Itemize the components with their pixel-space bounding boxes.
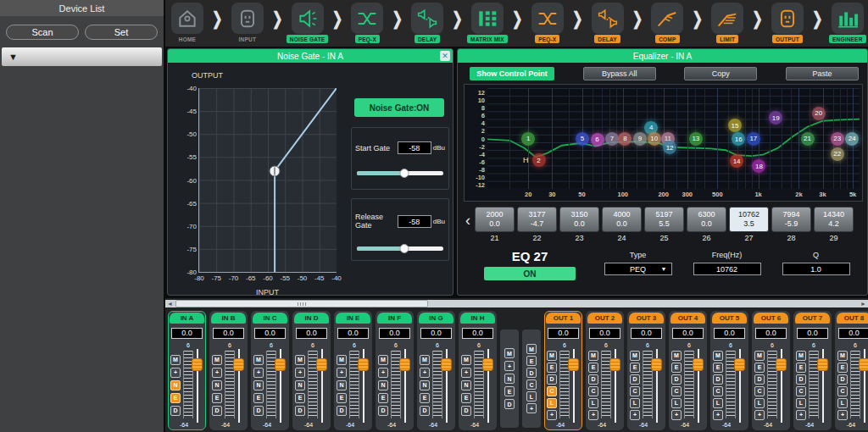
toolbar-item-engineer[interactable]: ENGINEER (829, 3, 866, 43)
strip-button-E[interactable]: E (504, 386, 515, 396)
channel-label[interactable]: OUT 3 (629, 313, 664, 324)
strip-button-D[interactable]: D (378, 406, 388, 416)
gain-value[interactable]: 0.0 (838, 328, 868, 339)
channel-label[interactable]: IN B (211, 313, 246, 324)
strip-button-+[interactable]: + (713, 410, 723, 420)
strip-button-N[interactable]: N (461, 380, 471, 390)
toolbar-item-comp[interactable]: COMP (648, 3, 686, 43)
start-gate-value[interactable]: -58 (398, 141, 431, 154)
strip-button-E[interactable]: E (337, 393, 347, 403)
strip-button-D[interactable]: D (547, 374, 557, 385)
strip-button-N[interactable]: N (504, 374, 515, 384)
eq-control-point-13[interactable]: 13 (689, 132, 703, 146)
strip-button-N[interactable]: N (378, 380, 388, 390)
strip-button-N[interactable]: N (170, 380, 181, 390)
toolbar-item-limit[interactable]: LIMIT (709, 3, 746, 43)
channel-label[interactable]: OUT 6 (754, 313, 788, 324)
strip-button-D[interactable]: D (420, 406, 430, 416)
strip-button-+[interactable]: + (630, 410, 640, 420)
freq-input[interactable]: 10762 (693, 263, 761, 275)
fader-handle[interactable] (859, 358, 868, 371)
strip-button-M[interactable]: M (754, 351, 765, 361)
fader-handle[interactable] (817, 358, 828, 371)
band-cell-28[interactable]: 7994-5.9 (771, 207, 811, 232)
band-cell-24[interactable]: 40000.0 (602, 207, 642, 232)
gain-value[interactable]: 0.0 (672, 328, 704, 339)
strip-button-D[interactable]: D (630, 374, 640, 385)
gain-value[interactable]: 0.0 (213, 328, 244, 339)
eq-control-point-1[interactable]: 1 (521, 132, 535, 146)
eq-control-point-12[interactable]: 12 (663, 141, 676, 154)
fader-handle[interactable] (776, 358, 787, 371)
strip-button-L[interactable]: L (547, 398, 557, 408)
strip-button-L[interactable]: L (754, 398, 765, 408)
strip-button-M[interactable]: M (837, 351, 848, 361)
strip-button-D[interactable]: D (461, 406, 471, 416)
band-cell-26[interactable]: 63000.0 (687, 207, 726, 232)
horizontal-scrollbar[interactable]: ◄ ► (165, 300, 868, 307)
strip-button-+[interactable]: + (588, 410, 598, 420)
fader-handle[interactable] (399, 358, 410, 371)
strip-button-D[interactable]: D (754, 374, 765, 385)
strip-button-L[interactable]: L (526, 391, 537, 402)
toolbar-item-output[interactable]: OUTPUT (769, 3, 806, 43)
strip-button-M[interactable]: M (504, 348, 515, 358)
channel-label[interactable]: IN A (170, 313, 204, 324)
strip-button-M[interactable]: M (253, 355, 264, 365)
band-cell-21[interactable]: 20000.0 (475, 207, 515, 232)
gain-value[interactable]: 0.0 (296, 328, 327, 339)
eq-control-point-24[interactable]: 24 (845, 132, 859, 146)
channel-label[interactable]: OUT 1 (546, 313, 581, 324)
strip-button-D[interactable]: D (526, 368, 537, 378)
strip-button-N[interactable]: N (212, 380, 222, 390)
strip-button-E[interactable]: E (837, 363, 848, 373)
channel-label[interactable]: IN G (419, 313, 453, 324)
eq-control-point-19[interactable]: 19 (769, 111, 782, 125)
fader-handle[interactable] (358, 358, 369, 371)
eq-control-point-9[interactable]: 9 (633, 132, 647, 146)
strip-button-L[interactable]: L (588, 398, 598, 408)
strip-button-D[interactable]: D (212, 406, 222, 416)
gain-value[interactable]: 0.0 (254, 328, 286, 339)
eq-control-point-10[interactable]: 10 (648, 132, 661, 146)
strip-button-D[interactable]: D (837, 374, 848, 385)
strip-button-D[interactable]: D (796, 374, 806, 385)
strip-button-E[interactable]: E (253, 393, 264, 403)
channel-label[interactable]: OUT 7 (795, 313, 830, 324)
band-cell-22[interactable]: 3177-4.7 (517, 207, 557, 232)
strip-button-+[interactable]: + (796, 410, 806, 420)
strip-button-C[interactable]: C (588, 386, 598, 396)
channel-label[interactable]: IN H (460, 313, 495, 324)
toolbar-item-home[interactable]: HOME (169, 3, 206, 42)
eq-control-point-6[interactable]: 6 (591, 133, 604, 147)
strip-button-+[interactable]: + (461, 368, 471, 378)
strip-button-M[interactable]: M (170, 355, 181, 365)
strip-button-E[interactable]: E (295, 393, 305, 403)
toolbar-item-input[interactable]: INPUT (229, 3, 266, 42)
eq-on-button[interactable]: ON (484, 267, 576, 280)
band-cell-25[interactable]: 51975.5 (644, 207, 684, 232)
channel-label[interactable]: IN E (336, 313, 370, 324)
gain-value[interactable]: 0.0 (755, 328, 787, 339)
scroll-left-icon[interactable]: ◄ (165, 300, 175, 307)
strip-button-E[interactable]: E (461, 393, 471, 403)
band-scroll-left-icon[interactable]: ‹ (461, 207, 475, 244)
eq-control-point-2[interactable]: 2 (532, 153, 546, 167)
q-input[interactable]: 1.0 (782, 263, 850, 275)
strip-button-D[interactable]: D (253, 406, 264, 416)
eq-control-point-18[interactable]: 18 (752, 159, 765, 173)
type-select[interactable]: PEQ ▼ (604, 263, 672, 275)
strip-button-+[interactable]: + (337, 368, 347, 378)
eq-control-point-21[interactable]: 21 (801, 132, 815, 146)
strip-button-M[interactable]: M (713, 351, 723, 361)
strip-button-+[interactable]: + (212, 368, 222, 378)
strip-button-D[interactable]: D (588, 374, 598, 385)
channel-label[interactable]: IN F (377, 313, 412, 324)
strip-button-E[interactable]: E (796, 363, 806, 373)
channel-label[interactable]: OUT 2 (587, 313, 622, 324)
slider-thumb[interactable] (400, 169, 409, 178)
strip-button-N[interactable]: N (253, 380, 264, 390)
strip-button-N[interactable]: N (420, 380, 430, 390)
strip-button-+[interactable]: + (295, 368, 305, 378)
strip-button-+[interactable]: + (253, 368, 264, 378)
